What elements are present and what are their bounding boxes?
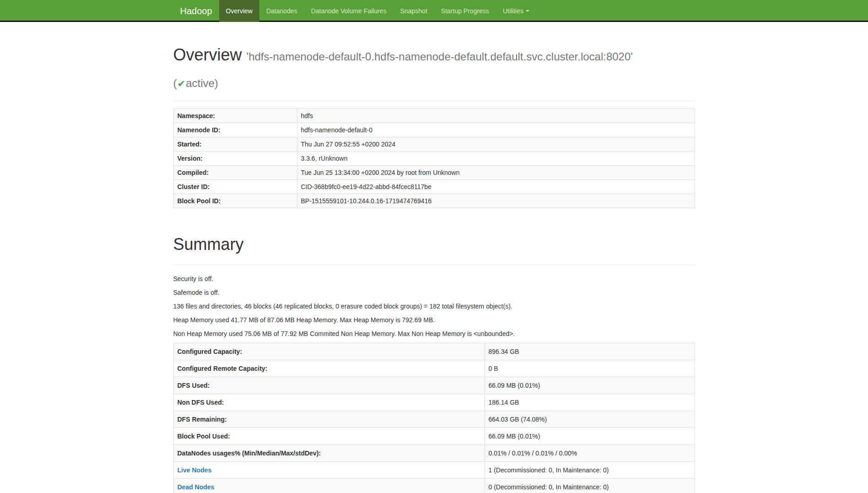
summary-header: Summary [173,232,695,265]
row-label: DFS Remaining: [173,411,485,428]
table-row: DFS Remaining: 664.03 GB (74.08%) [173,411,695,428]
non-heap-memory-text: Non Heap Memory used 75.06 MB of 77.92 M… [173,329,695,338]
row-label: Block Pool ID: [173,194,297,208]
row-value: 0 B [485,360,695,377]
row-value: Thu Jun 27 09:52:55 +0200 2024 [297,137,695,152]
nav-item-datanodes[interactable]: Datanodes [259,0,304,22]
table-row: Configured Capacity: 896.34 GB [173,343,695,360]
nav-link-snapshot[interactable]: Snapshot [394,0,434,22]
main-nav: Overview Datanodes Datanode Volume Failu… [219,0,536,22]
row-label: DFS Used: [173,377,485,394]
namenode-address: 'hdfs-namenode-default-0.hdfs-namenode-d… [173,50,633,89]
row-label: Block Pool Used: [173,428,485,445]
nav-link-datanodes[interactable]: Datanodes [259,0,304,22]
row-label: Configured Capacity: [173,343,485,360]
summary-title: Summary [173,232,695,257]
row-value: CID-368b9fc0-ee19-4d22-abbd-84fcec8117be [297,180,695,194]
top-navbar: Hadoop Overview Datanodes Datanode Volum… [0,0,868,22]
nav-item-startup-progress[interactable]: Startup Progress [434,0,496,22]
row-value: hdfs-namenode-default-0 [297,123,695,137]
row-label: Live Nodes [173,462,485,479]
ha-status: (✔active) [173,77,218,89]
table-row: Namespace: hdfs [173,109,695,123]
live-nodes-link[interactable]: Live Nodes [178,466,212,474]
security-status-text: Security is off. [173,274,695,283]
table-row: Started: Thu Jun 27 09:52:55 +0200 2024 [173,137,695,152]
row-value: 0.01% / 0.01% / 0.01% / 0.00% [485,445,695,462]
table-row: Namenode ID: hdfs-namenode-default-0 [173,123,695,137]
safemode-status-text: Safemode is off. [173,288,695,297]
row-label: Non DFS Used: [173,394,485,411]
row-label: Configured Remote Capacity: [173,360,485,377]
row-value: BP-1515559101-10.244.0.16-1719474769416 [297,194,695,208]
page-heading: Overview 'hdfs-namenode-default-0.hdfs-n… [173,43,695,96]
chevron-down-icon [526,10,529,12]
table-row: DataNodes usages% (Min/Median/Max/stdDev… [173,445,695,462]
nav-link-overview[interactable]: Overview [219,0,259,22]
row-label: Version: [173,152,297,166]
row-value: Tue Jun 25 13:34:00 +0200 2024 by root f… [297,166,695,180]
table-row: Block Pool ID: BP-1515559101-10.244.0.16… [173,194,695,208]
row-value: 664.03 GB (74.08%) [485,411,695,428]
row-value: 3.3.6, rUnknown [297,152,695,166]
nav-item-snapshot[interactable]: Snapshot [394,0,434,22]
row-value: hdfs [297,109,695,123]
filesystem-objects-text: 136 files and directories, 46 blocks (46… [173,302,695,311]
page-title: Overview [173,45,242,64]
table-row: Version: 3.3.6, rUnknown [173,152,695,166]
row-value: 66.09 MB (0.01%) [485,377,695,394]
table-row: Live Nodes 1 (Decommissioned: 0, In Main… [173,462,695,479]
nav-item-datanode-volume-failures[interactable]: Datanode Volume Failures [304,0,394,22]
overview-header: Overview 'hdfs-namenode-default-0.hdfs-n… [173,43,695,101]
row-label: DataNodes usages% (Min/Median/Max/stdDev… [173,445,485,462]
nav-link-utilities-label: Utilities [503,6,523,16]
row-value: 186.14 GB [485,394,695,411]
nav-item-utilities[interactable]: Utilities [496,0,536,22]
nav-link-startup-progress[interactable]: Startup Progress [434,0,496,22]
row-label: Compiled: [173,166,297,180]
namenode-info-table: Namespace: hdfs Namenode ID: hdfs-nameno… [173,108,695,208]
table-row: Block Pool Used: 66.09 MB (0.01%) [173,428,695,445]
nav-item-overview[interactable]: Overview [219,0,259,22]
row-label: Dead Nodes [173,479,485,493]
table-row: DFS Used: 66.09 MB (0.01%) [173,377,695,394]
dead-nodes-link[interactable]: Dead Nodes [178,483,215,491]
row-label: Cluster ID: [173,180,297,194]
row-value: 66.09 MB (0.01%) [485,428,695,445]
row-value: 0 (Decommissioned: 0, In Maintenance: 0) [485,479,695,493]
table-row: Cluster ID: CID-368b9fc0-ee19-4d22-abbd-… [173,180,695,194]
table-row: Dead Nodes 0 (Decommissioned: 0, In Main… [173,479,695,493]
table-row: Configured Remote Capacity: 0 B [173,360,695,377]
nav-link-datanode-volume-failures[interactable]: Datanode Volume Failures [304,0,394,22]
row-value: 896.34 GB [485,343,695,360]
row-label: Started: [173,137,297,152]
table-row: Compiled: Tue Jun 25 13:34:00 +0200 2024… [173,166,695,180]
row-label: Namespace: [173,109,297,123]
row-label: Namenode ID: [173,123,297,137]
heap-memory-text: Heap Memory used 41.77 MB of 87.06 MB He… [173,315,695,325]
hadoop-brand[interactable]: Hadoop [173,0,219,22]
utilities-dropdown-toggle[interactable]: Utilities [496,0,536,22]
row-value: 1 (Decommissioned: 0, In Maintenance: 0) [485,462,695,479]
table-row: Non DFS Used: 186.14 GB [173,394,695,411]
summary-stats-table: Configured Capacity: 896.34 GB Configure… [173,343,695,493]
main-content: Overview 'hdfs-namenode-default-0.hdfs-n… [167,43,702,493]
check-icon: ✔ [177,78,186,89]
